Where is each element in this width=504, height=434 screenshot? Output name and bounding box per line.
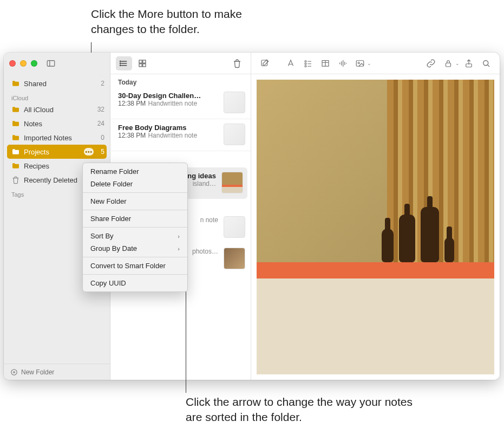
grid-view-icon	[138, 59, 147, 68]
link-button[interactable]	[423, 56, 439, 70]
menu-rename-folder[interactable]: Rename Folder	[83, 165, 187, 178]
list-view-button[interactable]	[116, 56, 132, 70]
menu-separator	[83, 227, 187, 228]
plus-circle-icon	[10, 368, 18, 376]
menu-group-by-date[interactable]: Group By Date›	[83, 242, 187, 255]
zoom-window-button[interactable]	[31, 60, 37, 67]
sidebar-toggle-button[interactable]	[46, 59, 56, 68]
svg-rect-0	[47, 61, 55, 67]
svg-point-20	[305, 65, 306, 67]
menu-separator	[83, 274, 187, 275]
minimize-window-button[interactable]	[20, 60, 27, 67]
sidebar-group-icloud: iCloud	[4, 90, 110, 102]
sidebar-item-label: Imported Notes	[24, 134, 97, 142]
svg-point-16	[305, 60, 306, 62]
svg-point-8	[120, 61, 121, 62]
svg-point-10	[120, 65, 121, 66]
folder-context-menu: Rename Folder Delete Folder New Folder S…	[82, 163, 188, 292]
sidebar-item-count: 0	[101, 134, 104, 141]
table-button[interactable]	[317, 56, 333, 70]
sidebar-item-label: Notes	[24, 120, 94, 128]
format-icon	[286, 59, 296, 68]
svg-point-31	[358, 62, 359, 63]
svg-rect-13	[139, 63, 142, 66]
note-thumbnail	[224, 124, 245, 145]
share-button[interactable]	[461, 56, 477, 70]
sidebar-item-label: Projects	[24, 148, 80, 156]
share-icon	[464, 59, 474, 68]
note-item[interactable]: Free Body Diagrams 12:38 PMHandwritten n…	[110, 119, 251, 151]
folder-icon	[11, 147, 20, 156]
window-controls	[9, 60, 37, 67]
svg-line-35	[488, 64, 489, 66]
editor-toolbar: ⌄ ⌄	[251, 53, 500, 74]
svg-point-18	[305, 63, 306, 64]
callout-top: Click the More button to make changes to…	[91, 7, 286, 37]
menu-sort-by[interactable]: Sort By›	[83, 230, 187, 242]
sidebar-item-shared[interactable]: Shared 2	[4, 76, 110, 90]
svg-point-34	[483, 60, 488, 65]
note-content[interactable]	[251, 74, 500, 380]
link-icon	[426, 59, 436, 68]
menu-separator	[83, 192, 187, 193]
note-meta: 12:38 PMHandwritten note	[118, 100, 218, 107]
menu-separator	[83, 257, 187, 257]
svg-rect-12	[143, 60, 146, 63]
folder-more-button[interactable]: •••	[84, 148, 94, 156]
search-button[interactable]	[478, 56, 494, 70]
folder-icon	[11, 133, 20, 142]
trash-icon	[11, 176, 20, 184]
svg-rect-32	[446, 63, 451, 67]
lock-button[interactable]	[440, 56, 456, 70]
checklist-button[interactable]	[300, 56, 316, 70]
sidebar-item-all-icloud[interactable]: All iCloud 32	[4, 102, 110, 116]
folder-icon	[11, 119, 20, 128]
table-icon	[320, 59, 330, 68]
note-item[interactable]: 30-Day Design Challen… 12:38 PMHandwritt…	[110, 87, 251, 119]
sidebar-item-projects[interactable]: Projects ••• 5	[7, 145, 107, 159]
sidebar-item-notes[interactable]: Notes 24	[4, 116, 110, 131]
list-view-icon	[119, 59, 129, 68]
menu-separator	[83, 210, 187, 210]
menu-convert-smart-folder[interactable]: Convert to Smart Folder	[83, 260, 187, 272]
editor-pane: ⌄ ⌄	[251, 53, 500, 380]
compose-button[interactable]	[257, 56, 273, 70]
grid-view-button[interactable]	[134, 56, 150, 70]
sidebar-item-count: 5	[101, 148, 104, 156]
sidebar-item-label: All iCloud	[24, 106, 94, 114]
audio-button[interactable]	[335, 56, 351, 70]
note-meta: 12:38 PMHandwritten note	[118, 132, 218, 139]
lock-icon	[443, 59, 453, 68]
callout-bottom: Click the arrow to change the way your n…	[186, 394, 413, 425]
note-list-toolbar	[110, 53, 251, 74]
note-title: 30-Day Design Challen…	[118, 92, 218, 100]
sidebar-item-imported-notes[interactable]: Imported Notes 0	[4, 131, 110, 145]
note-thumbnail	[224, 92, 245, 113]
chevron-right-icon: ›	[178, 245, 180, 252]
chevron-down-icon: ⌄	[455, 61, 460, 66]
svg-rect-11	[139, 60, 142, 63]
media-icon	[355, 59, 365, 68]
trash-icon	[232, 59, 242, 68]
menu-new-folder[interactable]: New Folder	[83, 195, 187, 208]
image-shelf-face	[257, 278, 494, 374]
sidebar-titlebar	[4, 53, 110, 74]
shared-folder-icon	[11, 79, 20, 88]
note-thumbnail	[224, 216, 245, 238]
delete-note-button[interactable]	[229, 56, 245, 70]
sidebar-item-count: 32	[97, 106, 104, 113]
menu-copy-uuid[interactable]: Copy UUID	[83, 277, 187, 289]
new-folder-button[interactable]: New Folder	[4, 364, 110, 380]
media-button[interactable]	[352, 56, 368, 70]
note-thumbnail	[221, 172, 243, 193]
sidebar-item-label: Shared	[24, 80, 97, 88]
search-icon	[481, 59, 491, 68]
menu-delete-folder[interactable]: Delete Folder	[83, 178, 187, 190]
sidebar-item-count: 24	[97, 120, 104, 127]
menu-share-folder[interactable]: Share Folder	[83, 212, 187, 225]
checklist-icon	[303, 59, 313, 68]
close-window-button[interactable]	[9, 60, 16, 67]
chevron-down-icon: ⌄	[367, 61, 371, 66]
note-list-section-header: Today	[110, 74, 251, 87]
format-button[interactable]	[283, 56, 299, 70]
